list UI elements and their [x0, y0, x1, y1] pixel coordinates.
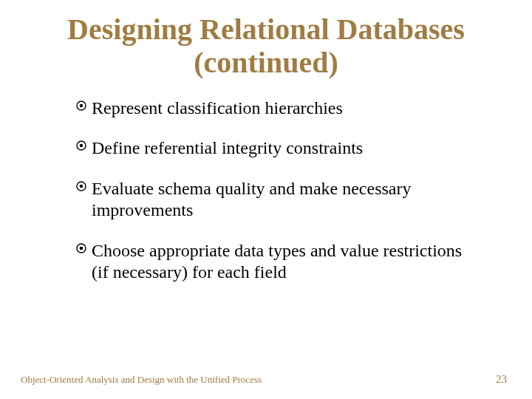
- list-item-text: Evaluate schema quality and make necessa…: [92, 178, 473, 221]
- svg-point-5: [80, 185, 83, 188]
- footer-left-text: Object-Oriented Analysis and Design with…: [21, 374, 262, 386]
- svg-point-7: [80, 246, 83, 250]
- svg-point-1: [80, 103, 83, 107]
- bullet-icon: [74, 137, 89, 151]
- bullet-icon: [74, 178, 89, 191]
- bullet-icon: [74, 240, 89, 253]
- page-number: 23: [496, 373, 507, 386]
- slide-body: Represent classification hierarchies Def…: [0, 80, 532, 283]
- list-item: Choose appropriate data types and value …: [74, 240, 473, 283]
- slide-title: Designing Relational Databases (continue…: [0, 0, 532, 80]
- list-item-text: Choose appropriate data types and value …: [92, 240, 473, 283]
- list-item: Represent classification hierarchies: [74, 98, 473, 119]
- bullet-icon: [74, 98, 89, 111]
- list-item: Define referential integrity constraints: [74, 137, 473, 159]
- slide-title-line-2: (continued): [0, 47, 532, 80]
- slide-title-line-1: Designing Relational Databases: [0, 13, 532, 47]
- svg-point-3: [80, 144, 83, 148]
- list-item-text: Represent classification hierarchies: [92, 98, 473, 119]
- list-item-text: Define referential integrity constraints: [92, 137, 473, 159]
- slide: Designing Relational Databases (continue…: [0, 0, 532, 399]
- list-item: Evaluate schema quality and make necessa…: [74, 178, 473, 221]
